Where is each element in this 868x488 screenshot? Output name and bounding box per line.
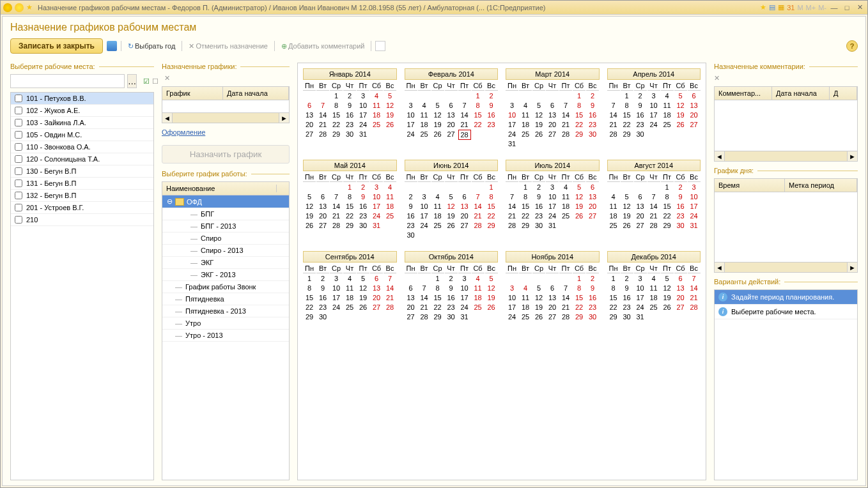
calendar-day[interactable]: 9 xyxy=(586,284,599,293)
calendar-day[interactable]: 16 xyxy=(316,293,329,302)
calendar-day[interactable]: 14 xyxy=(458,111,471,119)
calendar-day[interactable]: 19 xyxy=(357,293,369,302)
tree-item[interactable]: —ЭКГ - 2013 xyxy=(162,269,289,281)
calendar-day[interactable]: 5 xyxy=(303,192,316,201)
calendar-day[interactable]: 16 xyxy=(343,111,356,119)
tree-item[interactable]: —Спиро - 2013 xyxy=(162,245,289,257)
calendar-day[interactable]: 11 xyxy=(519,111,532,119)
calendar-day[interactable]: 15 xyxy=(519,202,532,211)
calendar-day[interactable]: 28 xyxy=(418,312,431,321)
tree-item[interactable]: —БПГ - 2013 xyxy=(162,220,289,233)
calendar-day[interactable]: 8 xyxy=(330,101,343,110)
calendar-day[interactable]: 5 xyxy=(357,274,369,283)
calendar-day[interactable]: 13 xyxy=(405,293,417,302)
calendar-day[interactable]: 7 xyxy=(330,192,343,201)
calendar-day[interactable]: 17 xyxy=(506,303,518,312)
remove-comment-icon[interactable]: ✕ xyxy=(714,74,720,82)
calendar-day[interactable]: 23 xyxy=(445,303,458,312)
calendar-day[interactable]: 7 xyxy=(458,101,471,110)
workplace-item[interactable]: 210 xyxy=(11,214,153,226)
calendar-day[interactable]: 3 xyxy=(506,284,518,293)
calendar-day[interactable]: 22 xyxy=(519,211,532,220)
calendar-day[interactable]: 15 xyxy=(330,111,343,119)
calendar-day[interactable]: 24 xyxy=(634,303,647,312)
calendar-day[interactable]: 19 xyxy=(674,111,687,119)
calendar-day[interactable]: 3 xyxy=(357,91,369,100)
calendar-day[interactable]: 3 xyxy=(546,183,559,192)
calendar-day[interactable]: 30 xyxy=(532,221,545,230)
calendar-day[interactable]: 4 xyxy=(472,274,484,283)
calendar-day[interactable]: 27 xyxy=(405,312,417,321)
calendar-day[interactable]: 10 xyxy=(458,284,471,293)
calendar-day[interactable]: 2 xyxy=(357,183,369,192)
calendar-day[interactable]: 22 xyxy=(573,120,585,129)
actions-list[interactable]: i Задайте период планирования. i Выберит… xyxy=(714,289,858,480)
calendar-day[interactable]: 11 xyxy=(418,111,431,119)
workplace-item[interactable]: 102 - Жуков А.Е. xyxy=(11,105,153,117)
calendar-day[interactable]: 24 xyxy=(458,303,471,312)
calendar-day[interactable]: 8 xyxy=(519,192,532,201)
calendar-day[interactable]: 12 xyxy=(485,284,498,293)
calendar-day[interactable]: 1 xyxy=(573,274,585,283)
calendar-day[interactable]: 27 xyxy=(303,130,316,139)
calendar-day[interactable]: 13 xyxy=(458,202,471,211)
calendar-day[interactable]: 30 xyxy=(634,130,647,139)
workplace-checkbox[interactable] xyxy=(15,143,22,151)
calendar-day[interactable]: 28 xyxy=(330,221,343,230)
calendar-day[interactable]: 6 xyxy=(370,274,383,283)
calendar-day[interactable]: 26 xyxy=(573,211,585,220)
calendar-day[interactable]: 8 xyxy=(573,101,585,110)
calendar-day[interactable]: 1 xyxy=(661,183,674,192)
calendar-day[interactable]: 29 xyxy=(621,130,633,139)
calendar-day[interactable]: 4 xyxy=(418,101,431,110)
calendar-day[interactable]: 6 xyxy=(546,101,559,110)
scroll-right-icon[interactable]: ► xyxy=(279,113,289,123)
calendar-day[interactable]: 2 xyxy=(316,274,329,283)
calculator-icon[interactable]: ▦ xyxy=(778,3,784,11)
calendar-day[interactable]: 20 xyxy=(688,111,701,119)
calendar-day[interactable]: 6 xyxy=(445,101,458,110)
calendar-day[interactable]: 3 xyxy=(330,274,343,283)
calendar-day[interactable]: 19 xyxy=(661,293,674,302)
calendar-day[interactable]: 15 xyxy=(573,293,585,302)
workplace-item[interactable]: 105 - Овдин М.С. xyxy=(11,129,153,141)
schedule-scrollbar[interactable]: ◄ ► xyxy=(162,113,290,123)
calendar-day[interactable]: 14 xyxy=(607,111,620,119)
calendar-day[interactable]: 22 xyxy=(472,120,484,129)
calendar-day[interactable]: 26 xyxy=(357,303,369,312)
calendar-day[interactable]: 10 xyxy=(357,101,369,110)
calendar-day[interactable]: 26 xyxy=(384,120,396,129)
calendar-day[interactable]: 18 xyxy=(384,202,396,211)
scroll-right-icon[interactable]: ► xyxy=(847,263,857,272)
calendar-day[interactable]: 1 xyxy=(330,91,343,100)
schedule-table-body[interactable] xyxy=(162,100,290,113)
calendar-day[interactable]: 29 xyxy=(330,130,343,139)
calendar-day[interactable]: 10 xyxy=(688,192,701,201)
calendar-day[interactable]: 18 xyxy=(661,111,674,119)
calendar-day[interactable]: 8 xyxy=(607,284,620,293)
tree-item[interactable]: —БПГ xyxy=(162,208,289,220)
calendar-day[interactable]: 22 xyxy=(621,120,633,129)
mem-mplus[interactable]: M+ xyxy=(806,4,816,11)
calendar-day[interactable]: 16 xyxy=(357,202,369,211)
action-item[interactable]: i Задайте период планирования. xyxy=(715,290,857,305)
calendar-day[interactable]: 20 xyxy=(634,211,647,220)
scroll-left-icon[interactable]: ◄ xyxy=(715,151,725,161)
calendar-day[interactable]: 10 xyxy=(634,284,647,293)
calendar-day[interactable]: 21 xyxy=(316,120,329,129)
help-icon[interactable]: ? xyxy=(846,40,858,52)
workplace-browse-button[interactable]: … xyxy=(127,74,137,88)
calendar-day[interactable]: 31 xyxy=(506,139,518,148)
workplace-search-input[interactable] xyxy=(10,74,125,88)
calendar-day[interactable]: 22 xyxy=(303,303,316,312)
calendar-day[interactable]: 7 xyxy=(316,101,329,110)
calendar-day[interactable]: 3 xyxy=(458,274,471,283)
calendar-day[interactable]: 4 xyxy=(647,274,660,283)
calendar-day[interactable]: 13 xyxy=(688,101,701,110)
calendar-day[interactable]: 13 xyxy=(316,202,329,211)
calendar-day[interactable]: 4 xyxy=(431,192,444,201)
remove-schedule-icon[interactable]: ✕ xyxy=(162,74,172,82)
calendar-day[interactable]: 4 xyxy=(343,274,356,283)
calendar-day[interactable]: 26 xyxy=(303,221,316,230)
calendar-day[interactable]: 14 xyxy=(506,202,518,211)
